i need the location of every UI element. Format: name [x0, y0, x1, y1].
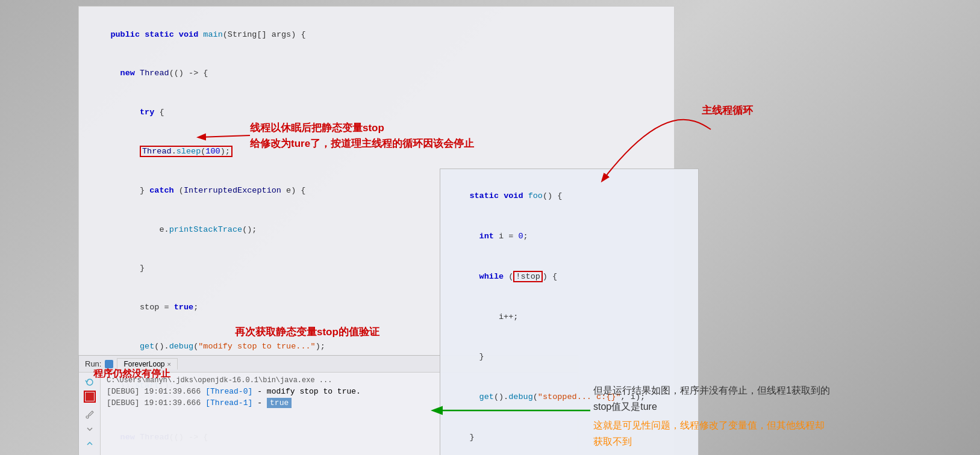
annotation-main-loop: 主线程循环 [702, 104, 753, 117]
run-tab-close[interactable]: × [167, 361, 171, 368]
code-line-1: public static void main(String[] args) { [91, 15, 662, 54]
annotation-visibility-problem: 这就是可见性问题，线程修改了变量值，但其他线程却 获取不到 [593, 417, 825, 450]
foo-line-4: i++; [450, 297, 688, 337]
foo-line-1: static void foo() { [450, 176, 688, 217]
annotation-thread-modify: 线程以休眠后把静态变量stop 给修改为ture了，按道理主线程的循环因该会停止 [250, 120, 474, 151]
true-highlight: true [267, 398, 292, 408]
stop-button[interactable] [84, 391, 96, 403]
scroll-up-button[interactable] [84, 438, 96, 450]
svg-point-2 [86, 416, 89, 418]
foo-line-3: while (!stop) { [450, 257, 688, 297]
scroll-down-button[interactable] [84, 423, 96, 435]
msg-2: - [257, 398, 262, 407]
debug-level-2: [DEBUG] [107, 398, 140, 407]
run-icon [105, 360, 113, 368]
foo-line-5: } [450, 337, 688, 377]
msg-1: - modify stop to true. [257, 387, 361, 396]
time-2: 19:01:39.666 [145, 398, 201, 407]
thread-1: [Thread-0] [205, 387, 252, 396]
stop-icon [86, 392, 94, 401]
run-label: Run: [85, 359, 101, 368]
time-1: 19:01:39.666 [145, 387, 201, 396]
foo-line-2: int i = 0; [450, 217, 688, 257]
debug-level-1: [DEBUG] [107, 387, 140, 396]
code-line-2: new Thread(() -> { [91, 54, 662, 93]
run-sidebar [79, 373, 101, 455]
thread-2: [Thread-1] [205, 398, 252, 407]
wrench-button[interactable] [84, 409, 96, 421]
run-tab-name: ForeverLoop [123, 360, 164, 368]
annotation-run-result: 但是运行结果如图，程序并没有停止，但线程1获取到的 stop值又是ture [593, 382, 830, 415]
program-not-stopped-label: 程序仍然没有停止 [93, 368, 170, 380]
annotation-verify: 再次获取静态变量stop的值验证 [235, 325, 379, 339]
